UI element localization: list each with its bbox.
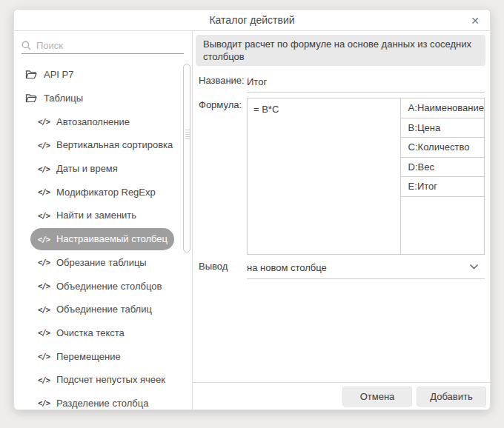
cancel-button[interactable]: Отмена (342, 387, 412, 407)
formula-column-item[interactable]: C:Количество (401, 138, 484, 158)
sidebar-item-nastraivaemyj-stolbec[interactable]: </> Настраиваемый столбец (30, 228, 174, 250)
code-icon: </> (38, 258, 50, 267)
actions-tree: API P7 Таблицы </> Автозаполнение (14, 63, 192, 410)
sidebar-item-label: Очистка текста (56, 327, 125, 338)
output-select-value: на новом столбце (247, 262, 327, 273)
sidebar-item-tablicy[interactable]: Таблицы (14, 87, 192, 110)
name-input[interactable] (247, 76, 485, 88)
code-icon: </> (38, 235, 50, 244)
code-icon: </> (38, 398, 50, 407)
sidebar-item-podschet-nepustyh-yacheek[interactable]: </> Подсчет непустых ячеек (14, 368, 192, 392)
formula-row: Формула: = B*C A:Наименование B:Цена C:К… (196, 98, 486, 255)
output-select[interactable]: на новом столбце (247, 261, 485, 279)
formula-column-item[interactable]: A:Наименование (401, 98, 484, 118)
formula-column-item[interactable]: E:Итог (401, 177, 484, 197)
output-label: Вывод (199, 261, 247, 279)
code-icon: </> (38, 375, 50, 384)
sidebar-item-label: Автозаполнение (56, 116, 130, 127)
dialog-title: Каталог действий (209, 14, 294, 26)
sidebar-item-label: Разделение столбца (56, 398, 148, 409)
name-row: Название: (196, 75, 486, 93)
code-icon: </> (38, 141, 50, 150)
scrollbar-thumb[interactable] (183, 64, 190, 253)
dialog-body: API P7 Таблицы </> Автозаполнение (14, 31, 490, 410)
chevron-down-icon (469, 262, 479, 271)
scrollbar-grip (185, 130, 190, 139)
formula-label: Формула: (199, 99, 247, 255)
sidebar-item-ochistka-teksta[interactable]: </> Очистка текста (14, 321, 192, 345)
footer: Отмена Добавить (193, 382, 490, 410)
sidebar-item-label: Перемещение (56, 351, 121, 362)
sidebar-item-peremeshchenie[interactable]: </> Перемещение (14, 344, 192, 368)
output-row: Вывод на новом столбце (196, 261, 486, 279)
sidebar-item-api-p7[interactable]: API P7 (14, 63, 192, 87)
close-icon[interactable]: ✕ (467, 13, 483, 29)
sidebar: API P7 Таблицы </> Автозаполнение (14, 31, 193, 410)
action-description: Выводит расчет по формуле на основе данн… (196, 35, 485, 66)
sidebar-item-label: Найти и заменить (56, 210, 136, 221)
code-icon: </> (38, 281, 50, 290)
code-icon: </> (38, 352, 50, 361)
sidebar-item-label: Обрезание таблицы (56, 257, 147, 268)
main-panel: Выводит расчет по формуле на основе данн… (193, 31, 490, 410)
sidebar-item-obedinenie-tablic[interactable]: </> Объединение таблиц (14, 298, 192, 321)
sidebar-item-avtozapolnenie[interactable]: </> Автозаполнение (14, 110, 192, 133)
search-icon (21, 41, 31, 50)
code-icon: </> (38, 117, 50, 126)
sidebar-item-label: API P7 (44, 69, 73, 80)
sidebar-item-label: Вертикальная сортировка (56, 139, 173, 150)
sidebar-item-label: Объединение таблиц (56, 304, 152, 315)
name-label: Название: (199, 75, 247, 93)
sidebar-item-obrezanie-tablicy[interactable]: </> Обрезание таблицы (14, 251, 192, 275)
formula-input[interactable]: = B*C (248, 98, 400, 254)
sidebar-item-vertikalnaya-sortirovka[interactable]: </> Вертикальная сортировка (14, 133, 192, 157)
name-field[interactable] (247, 75, 485, 93)
formula-box: = B*C A:Наименование B:Цена C:Количество… (247, 98, 485, 255)
formula-column-item[interactable]: B:Цена (401, 118, 484, 138)
search-input[interactable] (36, 40, 184, 51)
sidebar-item-modifikator-regexp[interactable]: </> Модификатор RegExp (14, 180, 192, 204)
sidebar-item-label: Подсчет непустых ячеек (56, 374, 165, 385)
formula-column-item[interactable]: D:Вес (401, 158, 484, 178)
code-icon: </> (38, 211, 50, 220)
folder-icon (25, 70, 37, 79)
code-icon: </> (38, 305, 50, 314)
sidebar-item-label: Таблицы (44, 93, 83, 104)
search-field[interactable] (21, 37, 184, 54)
code-icon: </> (38, 187, 50, 196)
code-icon: </> (38, 328, 50, 337)
sidebar-item-label: Настраиваемый столбец (56, 233, 168, 244)
sidebar-item-razdelenie-stolbca[interactable]: </> Разделение столбца (14, 392, 192, 410)
sidebar-item-label: Объединение столбцов (56, 281, 162, 292)
formula-columns-list: A:Наименование B:Цена C:Количество D:Вес… (400, 98, 484, 254)
action-catalog-dialog: Каталог действий ✕ (13, 9, 491, 410)
folder-icon (25, 93, 37, 103)
title-bar: Каталог действий ✕ (14, 10, 490, 31)
sidebar-item-obedinenie-stolbcov[interactable]: </> Объединение столбцов (14, 274, 192, 298)
sidebar-item-label: Даты и время (56, 163, 118, 174)
sidebar-item-label: Модификатор RegExp (56, 187, 156, 198)
code-icon: </> (38, 164, 50, 173)
sidebar-item-najti-i-zamenit[interactable]: </> Найти и заменить (14, 204, 192, 227)
add-button[interactable]: Добавить (417, 387, 486, 407)
sidebar-item-daty-i-vremya[interactable]: </> Даты и время (14, 157, 192, 181)
